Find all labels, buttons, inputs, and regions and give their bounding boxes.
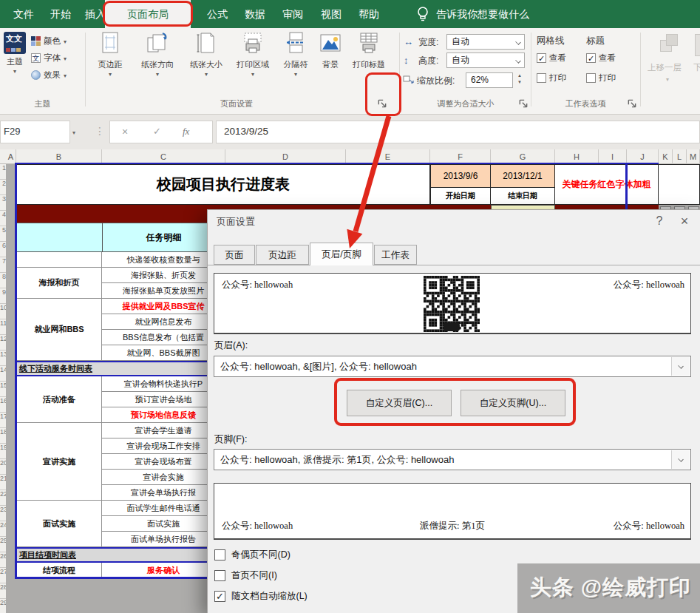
column-header-M[interactable]: M [687,149,700,164]
end-date-cell[interactable]: 2013/12/1 [490,164,555,188]
insert-function-icon[interactable]: fx [183,126,189,138]
row-header[interactable]: 2 [0,180,6,195]
headings-view-checkbox[interactable]: ✓查看 [586,53,616,64]
row-header[interactable]: 15 [0,382,6,397]
dialog-tab-1[interactable]: 页面 [214,245,255,265]
group-cell[interactable]: 宣讲实施 [16,423,102,501]
group-cell[interactable]: 结项流程 [16,563,102,578]
menu-tab-5[interactable]: 公式 [201,0,234,28]
dialog-tab-4[interactable]: 工作表 [374,245,417,265]
theme-colors-button[interactable]: 颜色▾ [31,35,67,47]
column-header-H[interactable]: H [555,149,599,164]
group-cell[interactable]: 活动准备 [16,376,102,423]
width-select[interactable]: 自动 [446,34,525,50]
help-button[interactable]: ? [650,211,669,231]
row-header[interactable]: 13 [0,350,6,366]
column-header-B[interactable]: B [16,149,102,164]
headings-print-checkbox[interactable]: 打印 [586,72,616,84]
row-header[interactable]: 21 [0,475,6,490]
start-date-cell[interactable]: 2013/9/6 [430,164,491,188]
theme-fonts-button[interactable]: 文 字体▾ [31,53,67,64]
group-cell[interactable]: 面试实施 [16,501,102,547]
menu-tab-4[interactable]: 页面布局 [105,0,191,28]
row-header[interactable]: 12 [0,335,6,350]
column-header-I[interactable]: I [599,149,627,164]
row-header[interactable]: 7 [0,257,6,273]
scale-dialog-launcher[interactable] [518,98,529,109]
header-select[interactable]: 公众号: hellowoah, &[图片], 公众号: hellowoah [214,356,691,377]
ribbon-button-orientation[interactable]: 纸张方向▾ [133,32,182,77]
ribbon-button-background[interactable]: 背景 [316,32,344,70]
ribbon-button-margins[interactable]: 页边距▾ [89,32,132,77]
row-header[interactable]: 6 [0,242,6,257]
dialog-tab-2[interactable]: 页边距 [256,245,309,265]
scale-spinner[interactable]: ▲▼ [514,72,525,88]
row-header[interactable]: 24 [0,521,6,537]
row-header[interactable]: 19 [0,444,6,459]
column-header-J[interactable]: J [627,149,659,164]
dialog-checkbox-1[interactable]: 奇偶页不同(D) [214,549,290,561]
row-header[interactable]: 14 [0,366,6,382]
row-header[interactable]: 23 [0,506,6,521]
row-header[interactable]: 27 [0,568,6,583]
row-header[interactable]: 9 [0,288,6,304]
row-header[interactable]: 10 [0,304,6,319]
tell-me-box[interactable]: 告诉我你想要做什么 [436,0,529,28]
send-backward-button[interactable]: 下移一层 [693,62,700,73]
ribbon-button-breaks[interactable]: 分隔符▾ [276,32,315,77]
dialog-tab-3[interactable]: 页眉/页脚 [310,243,373,265]
name-box-dropdown-icon[interactable]: ▾ [72,129,75,136]
scale-input[interactable]: 62% [466,72,513,88]
page-setup-dialog-launcher[interactable] [377,98,387,109]
row-header[interactable]: 28 [0,583,6,599]
group-cell[interactable]: 海报和折页 [16,268,102,299]
menu-tab-1[interactable]: 文件 [7,0,40,28]
drag-handle-icon[interactable]: ⋮ [95,125,105,137]
row-header[interactable]: 5 [0,226,6,242]
sheet-options-dialog-launcher[interactable] [627,98,637,109]
enter-icon[interactable]: ✓ [153,126,161,137]
column-header-F[interactable]: F [430,149,491,164]
column-header-C[interactable]: C [102,149,225,164]
menu-tab-2[interactable]: 开始 [44,0,77,28]
ribbon-button-print-area[interactable]: 打印区域▾ [231,32,275,77]
gridlines-print-checkbox[interactable]: 打印 [537,72,566,84]
row-header[interactable]: 11 [0,319,6,335]
gridlines-view-checkbox[interactable]: ✓查看 [537,53,566,64]
bring-forward-button[interactable]: 上移一层 [648,62,682,73]
name-box[interactable]: F29 [0,121,70,143]
column-header-L[interactable]: L [673,149,687,164]
ribbon-button-paper-size[interactable]: 纸张大小▾ [183,32,229,77]
custom-footer-button[interactable]: 自定义页脚(U)... [461,390,565,416]
dialog-checkbox-2[interactable]: 首页不同(I) [214,569,277,582]
menu-tab-7[interactable]: 审阅 [276,0,309,28]
row-header[interactable]: 17 [0,413,6,428]
theme-effects-button[interactable]: 效果▾ [31,70,67,81]
column-header-D[interactable]: D [225,149,346,164]
themes-button[interactable]: 文文 主题 ▾ [1,32,28,74]
column-header-E[interactable]: E [346,149,430,164]
row-header[interactable]: 3 [0,195,6,211]
formula-input[interactable]: 2013/9/25 [216,121,700,143]
row-header[interactable]: 29 [0,599,6,613]
row-header[interactable]: 22 [0,490,6,506]
footer-select[interactable]: 公众号: hellowoah, 派僧提示: 第1页, 公众号: hellowoa… [214,449,691,470]
column-header-A[interactable]: A [6,149,16,164]
group-cell[interactable] [16,252,102,268]
menu-tab-6[interactable]: 数据 [239,0,271,28]
custom-header-button[interactable]: 自定义页眉(C)... [347,390,452,416]
column-header-K[interactable]: K [659,149,673,164]
group-cell[interactable]: 就业网和BBS [16,299,102,361]
cancel-icon[interactable]: × [122,126,128,138]
ribbon-button-print-titles[interactable]: 打印标题 [345,32,393,70]
row-header[interactable]: 4 [0,211,6,226]
menu-tab-9[interactable]: 帮助 [353,0,385,28]
row-header[interactable]: 16 [0,397,6,413]
row-header[interactable]: 25 [0,537,6,552]
row-header[interactable]: 26 [0,552,6,568]
row-header[interactable]: 1 [0,164,6,180]
menu-tab-8[interactable]: 视图 [315,0,347,28]
row-header[interactable]: 18 [0,428,6,444]
row-header[interactable]: 8 [0,273,6,288]
column-header-G[interactable]: G [491,149,555,164]
